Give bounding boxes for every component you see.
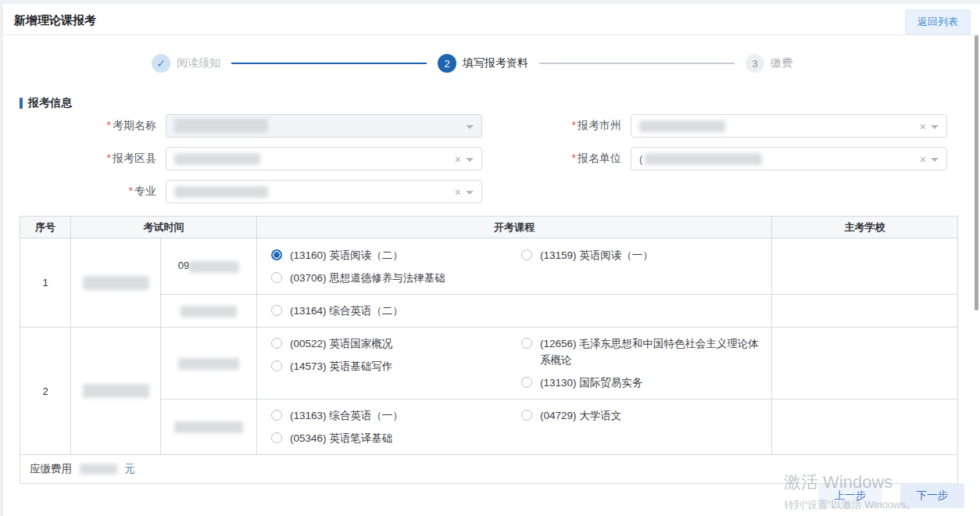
course-column: (04729) 大学语文 <box>520 404 765 427</box>
page-header: 新增理论课报考 返回列表 <box>3 4 980 35</box>
field-label: *专业 <box>16 185 156 199</box>
course-cell: (00522) 英语国家概况(14573) 英语基础写作(12656) 毛泽东思… <box>257 328 772 400</box>
chevron-down-icon <box>466 125 474 133</box>
course-option[interactable]: (04729) 大学语文 <box>520 407 765 424</box>
course-table: 序号考试时间开考课程主考学校 109(13160) 英语阅读（二）(03706)… <box>20 216 958 484</box>
major-select[interactable]: × <box>166 180 482 203</box>
course-cell: (13163) 综合英语（一）(05346) 英语笔译基础(04729) 大学语… <box>257 400 772 455</box>
radio-icon <box>271 410 282 421</box>
course-option[interactable]: (13164) 综合英语（二） <box>270 303 520 319</box>
redacted-value <box>174 153 260 165</box>
course-grid: (00522) 英语国家概况(14573) 英语基础写作(12656) 毛泽东思… <box>270 332 765 394</box>
step-label: 阅读须知 <box>177 56 220 70</box>
city-select[interactable]: × <box>631 114 947 138</box>
course-option[interactable]: (13159) 英语阅读（一） <box>520 247 765 263</box>
course-option[interactable]: (03706) 思想道德修养与法律基础 <box>270 270 520 286</box>
step-label: 填写报考资料 <box>463 56 528 70</box>
course-grid: (13164) 综合英语（二） <box>270 299 765 322</box>
field-city: *报考市州 × <box>535 114 947 138</box>
redacted-fee-amount <box>80 464 117 475</box>
step-number-icon: 2 <box>438 54 456 73</box>
exam-time-cell: 09 <box>161 238 257 295</box>
registration-unit-select[interactable]: ( × <box>631 147 947 170</box>
previous-step-button[interactable]: 上一步 <box>818 483 883 508</box>
field-label: *报名单位 <box>535 152 621 166</box>
course-grid: (13163) 综合英语（一）(05346) 英语笔译基础(04729) 大学语… <box>270 404 765 450</box>
course-option[interactable]: (14573) 英语基础写作 <box>270 358 520 374</box>
clear-icon[interactable]: × <box>455 153 461 166</box>
course-table-wrap: 序号考试时间开考课程主考学校 109(13160) 英语阅读（二）(03706)… <box>20 216 957 484</box>
table-header-row: 序号考试时间开考课程主考学校 <box>20 217 958 238</box>
clear-icon[interactable]: × <box>920 120 926 133</box>
clear-icon[interactable]: × <box>920 153 926 166</box>
radio-icon <box>271 249 282 260</box>
step-read-notice: ✓ 阅读须知 <box>152 54 220 73</box>
course-column: (13159) 英语阅读（一） <box>520 244 765 267</box>
fee-label: 应缴费用 <box>30 463 72 475</box>
course-label: (13159) 英语阅读（一） <box>540 247 653 263</box>
radio-icon <box>521 377 532 388</box>
chevron-down-icon <box>931 158 939 166</box>
course-label: (05346) 英语笔译基础 <box>290 430 392 446</box>
school-cell <box>772 238 958 295</box>
column-header: 考试时间 <box>71 217 257 238</box>
course-label: (13164) 综合英语（二） <box>290 303 403 319</box>
school-cell <box>772 295 958 328</box>
wizard-footer: 上一步 下一步 <box>818 483 964 508</box>
field-exam-period: *考期名称 <box>16 114 482 138</box>
school-cell <box>772 400 958 455</box>
row-seq: 2 <box>20 328 71 455</box>
field-label: *报考区县 <box>16 152 156 166</box>
redacted-value <box>645 153 762 165</box>
course-option[interactable]: (13163) 综合英语（一） <box>270 407 520 424</box>
course-option[interactable]: (13130) 国际贸易实务 <box>520 374 765 391</box>
back-to-list-button[interactable]: 返回列表 <box>905 9 971 34</box>
field-major: *专业 × <box>16 180 482 203</box>
exam-date-cell <box>71 238 161 328</box>
step-connector-done <box>231 63 427 64</box>
redacted-date <box>83 276 149 290</box>
radio-icon <box>271 338 282 349</box>
school-cell <box>772 328 958 400</box>
section-accent-bar <box>20 98 23 109</box>
redacted-value <box>174 119 268 133</box>
table-row: 2(00522) 英语国家概况(14573) 英语基础写作(12656) 毛泽东… <box>20 328 958 400</box>
redacted-time <box>178 358 239 370</box>
course-label: (03706) 思想道德修养与法律基础 <box>290 270 445 286</box>
radio-icon <box>271 305 282 316</box>
course-option[interactable]: (12656) 毛泽东思想和中国特色社会主义理论体系概论 <box>520 335 765 368</box>
scrollbar-thumb[interactable] <box>975 35 978 310</box>
time-prefix: 09 <box>178 260 189 271</box>
field-district: *报考区县 × <box>16 147 482 170</box>
course-label: (04729) 大学语文 <box>540 407 621 424</box>
step-number-icon: 3 <box>746 54 764 73</box>
course-cell: (13164) 综合英语（二） <box>257 295 772 328</box>
row-seq: 1 <box>20 238 71 328</box>
course-option[interactable]: (05346) 英语笔译基础 <box>270 430 520 446</box>
course-cell: (13160) 英语阅读（二）(03706) 思想道德修养与法律基础(13159… <box>257 238 772 295</box>
course-label: (00522) 英语国家概况 <box>290 335 392 352</box>
exam-date-cell <box>71 328 161 455</box>
course-label: (14573) 英语基础写作 <box>290 358 392 374</box>
clear-icon[interactable]: × <box>455 186 461 199</box>
stepper: ✓ 阅读须知 2 填写报考资料 3 缴费 <box>152 52 792 74</box>
course-option[interactable]: (00522) 英语国家概况 <box>270 335 520 352</box>
table-row: (13163) 综合英语（一）(05346) 英语笔译基础(04729) 大学语… <box>20 400 958 455</box>
redacted-time <box>189 261 239 273</box>
district-select[interactable]: × <box>166 147 482 170</box>
next-step-button[interactable]: 下一步 <box>900 483 965 508</box>
exam-period-select[interactable] <box>166 114 482 138</box>
table-row: (13164) 综合英语（二） <box>20 295 958 328</box>
radio-icon <box>271 272 282 283</box>
step-connector-pending <box>539 63 735 64</box>
exam-time-cell <box>161 328 257 400</box>
redacted-date <box>83 384 149 398</box>
step-fill-info: 2 填写报考资料 <box>438 54 528 73</box>
course-label: (13163) 综合英语（一） <box>290 407 403 424</box>
value-prefix: ( <box>639 153 642 165</box>
course-option[interactable]: (13160) 英语阅读（二） <box>270 247 520 263</box>
radio-icon <box>521 410 532 421</box>
course-column: (13160) 英语阅读（二）(03706) 思想道德修养与法律基础 <box>270 244 520 289</box>
section-title-registration-info: 报考信息 <box>20 96 72 110</box>
table-row: 109(13160) 英语阅读（二）(03706) 思想道德修养与法律基础(13… <box>20 238 958 295</box>
